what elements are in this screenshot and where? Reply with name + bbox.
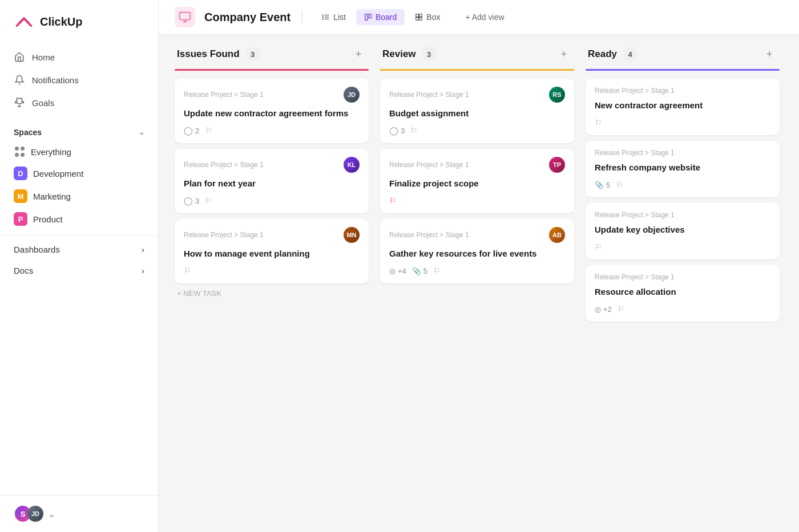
chevron-down-icon[interactable]: ⌄: [139, 128, 144, 136]
svg-rect-13: [419, 18, 422, 21]
card-c9-footer: ⚐: [595, 242, 770, 251]
flag-icon-c2: ⚐: [205, 196, 212, 205]
tab-list-label: List: [333, 13, 346, 22]
tab-list[interactable]: List: [314, 9, 354, 25]
card-c8[interactable]: Release Project > Stage 1 Refresh compan…: [586, 141, 780, 197]
card-c9[interactable]: Release Project > Stage 1 Update key obj…: [586, 203, 780, 259]
spaces-header: Spaces ⌄: [0, 119, 158, 141]
card-c4-avatar: RS: [549, 87, 565, 103]
sidebar-item-product[interactable]: P Product: [0, 208, 158, 230]
add-view-button[interactable]: + Add view: [457, 9, 512, 25]
flag-icon-c8: ⚐: [616, 180, 623, 189]
sidebar-item-marketing[interactable]: M Marketing: [0, 185, 158, 208]
card-c9-title: Update key objectives: [595, 224, 770, 235]
card-c9-meta: Release Project > Stage 1: [595, 211, 770, 219]
column-title-ready: Ready: [588, 48, 617, 60]
list-icon: [322, 13, 330, 21]
card-c5-title: Finalize project scope: [389, 177, 565, 189]
flag-icon-c9: ⚐: [595, 242, 602, 251]
sidebar-item-goals[interactable]: Goals: [0, 91, 158, 114]
sidebar-extra-sections: Dashboards › Docs ›: [0, 235, 158, 285]
cards-review: Release Project > Stage 1 RS Budget assi…: [380, 79, 574, 283]
flag-icon-c4: ⚐: [410, 126, 418, 135]
column-add-ready[interactable]: +: [761, 46, 777, 62]
logo: ClickUp: [0, 0, 158, 41]
dashboards-chevron-icon: ›: [142, 245, 144, 254]
card-c2-comment-count: 3: [195, 197, 199, 205]
card-c7-title: New contractor agreement: [595, 99, 770, 111]
tab-box[interactable]: Box: [407, 9, 448, 25]
flag-icon-c6: ⚐: [433, 266, 441, 275]
column-add-issues-found[interactable]: +: [350, 46, 366, 62]
flag-red-icon-c5: ⚐: [389, 196, 397, 205]
column-bar-issues-found: [175, 69, 369, 71]
card-c6-title: Gather key resources for live events: [389, 247, 565, 259]
column-header-issues-found: Issues Found 3 +: [175, 46, 369, 69]
card-c6-attach: 📎 5: [412, 267, 427, 275]
card-c10[interactable]: Release Project > Stage 1 Resource alloc…: [586, 265, 780, 322]
spaces-label: Spaces: [14, 128, 42, 137]
card-c2[interactable]: Release Project > Stage 1 KL Plan for ne…: [175, 149, 369, 213]
column-title-review: Review: [382, 48, 416, 60]
column-add-review[interactable]: +: [556, 46, 572, 62]
sidebar-item-home[interactable]: Home: [0, 46, 158, 68]
sidebar-item-everything[interactable]: Everything: [0, 141, 158, 162]
sidebar-item-product-label: Product: [33, 214, 63, 224]
card-c4-meta: Release Project > Stage 1 RS: [389, 87, 565, 103]
flag-icon-c3: ⚐: [184, 266, 191, 275]
card-c2-comments: ◯ 3: [184, 196, 199, 205]
card-c10-title: Resource allocation: [595, 286, 770, 298]
sidebar: ClickUp Home Notifications Goals Spaces …: [0, 0, 159, 532]
card-c10-target-count: +2: [603, 305, 612, 314]
svg-point-6: [322, 17, 323, 17]
column-count-ready: 4: [623, 47, 637, 62]
clickup-logo-icon: [14, 11, 34, 32]
card-c6-target: ◎ +4: [389, 267, 406, 275]
tab-board[interactable]: Board: [356, 9, 405, 25]
comment-icon-c2: ◯: [184, 196, 193, 205]
sidebar-item-dashboards[interactable]: Dashboards ›: [0, 239, 158, 260]
card-c5[interactable]: Release Project > Stage 1 TP Finalize pr…: [380, 149, 574, 213]
column-header-ready: Ready 4 +: [586, 46, 780, 69]
card-c10-breadcrumb: Release Project > Stage 1: [595, 273, 675, 281]
marketing-space-icon: M: [14, 189, 27, 203]
card-c3-footer: ⚐: [184, 266, 360, 275]
card-c4-title: Budget assignment: [389, 107, 565, 119]
card-c4[interactable]: Release Project > Stage 1 RS Budget assi…: [380, 79, 574, 143]
header-divider: [302, 10, 302, 24]
sidebar-item-docs[interactable]: Docs ›: [0, 260, 158, 281]
project-title: Company Event: [204, 11, 290, 24]
comment-icon-c4: ◯: [389, 126, 398, 135]
svg-marker-0: [16, 14, 33, 31]
card-c1-avatar: JD: [344, 87, 360, 103]
logo-text: ClickUp: [40, 15, 82, 29]
page-header: Company Event List Board Box + Add view: [159, 0, 799, 35]
docs-chevron-icon: ›: [142, 266, 144, 275]
new-task-button-issues-found[interactable]: + NEW TASK: [175, 283, 369, 303]
sidebar-item-marketing-label: Marketing: [33, 192, 71, 201]
sidebar-item-development[interactable]: D Development: [0, 162, 158, 185]
flag-icon-c1: ⚐: [205, 126, 212, 135]
card-c10-footer: ◎ +2 ⚐: [595, 304, 770, 314]
card-c8-title: Refresh company website: [595, 161, 770, 173]
card-c5-meta: Release Project > Stage 1 TP: [389, 157, 565, 173]
card-c1[interactable]: Release Project > Stage 1 JD Update new …: [175, 79, 369, 143]
column-count-issues-found: 3: [245, 47, 260, 62]
column-title-issues-found: Issues Found: [177, 48, 240, 60]
card-c1-meta: Release Project > Stage 1 JD: [184, 87, 360, 103]
tab-box-label: Box: [426, 13, 440, 22]
flag-icon-c7: ⚐: [595, 118, 602, 127]
card-c6-avatar: AB: [549, 227, 565, 243]
sidebar-item-notifications-label: Notifications: [32, 75, 79, 85]
card-c2-breadcrumb: Release Project > Stage 1: [184, 161, 264, 169]
card-c7[interactable]: Release Project > Stage 1 New contractor…: [586, 79, 780, 135]
card-c6-attach-count: 5: [423, 267, 427, 275]
card-c6[interactable]: Release Project > Stage 1 AB Gather key …: [380, 219, 574, 283]
card-c4-comments: ◯ 3: [389, 126, 405, 135]
card-c1-comment-count: 2: [195, 127, 199, 135]
bell-icon: [14, 74, 25, 86]
card-c3[interactable]: Release Project > Stage 1 MN How to mana…: [175, 219, 369, 283]
card-c3-breadcrumb: Release Project > Stage 1: [184, 231, 264, 239]
sidebar-item-notifications[interactable]: Notifications: [0, 68, 158, 91]
footer-chevron-icon: ⌄: [48, 509, 55, 519]
